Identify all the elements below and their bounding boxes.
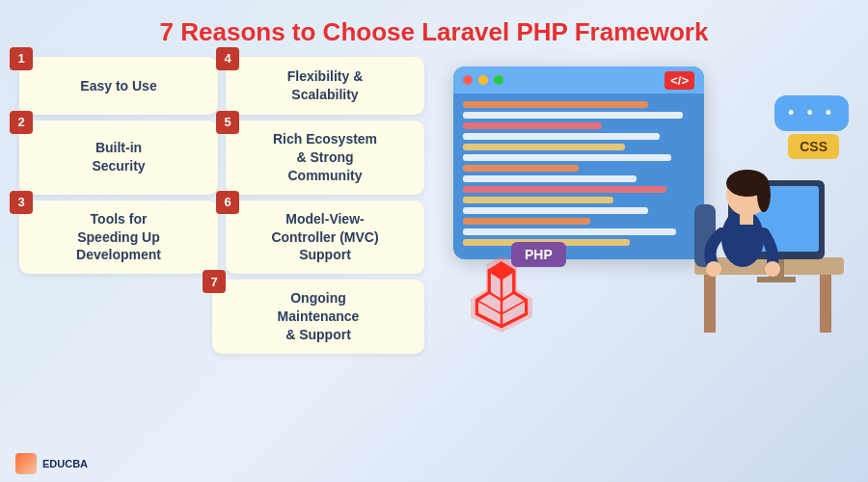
- row-3: 3 Tools forSpeeding UpDevelopment 6 Mode…: [19, 201, 424, 275]
- dot-green: [494, 75, 503, 85]
- title-highlight: Laravel PHP Framework: [421, 17, 708, 46]
- php-badge: PHP: [511, 242, 566, 267]
- svg-rect-12: [740, 211, 753, 225]
- svg-point-11: [757, 177, 771, 212]
- code-line: [463, 197, 613, 203]
- illustration-panel: </> CSS • • • PHP: [434, 57, 849, 354]
- badge-7: 7: [203, 270, 226, 293]
- badge-4: 4: [216, 47, 239, 70]
- css-badge: CSS: [788, 134, 839, 159]
- card-1: 1 Easy to Use: [19, 57, 218, 115]
- svg-point-13: [706, 261, 721, 277]
- person-illustration: [637, 45, 849, 354]
- badge-5: 5: [216, 111, 239, 134]
- code-line: [463, 101, 648, 108]
- svg-point-14: [765, 261, 780, 277]
- title-prefix: 7 Reasons to Choose: [160, 17, 422, 46]
- card-3: 3 Tools forSpeeding UpDevelopment: [19, 201, 218, 275]
- card-2: 2 Built-inSecurity: [19, 120, 218, 195]
- dot-red: [463, 75, 473, 85]
- code-line: [463, 207, 648, 214]
- code-line: [463, 133, 660, 140]
- card-7: 7 OngoingMaintenance& Support: [212, 280, 424, 354]
- badge-6: 6: [216, 191, 239, 214]
- badge-2: 2: [10, 111, 33, 134]
- code-line: [463, 144, 625, 150]
- svg-rect-6: [757, 277, 796, 282]
- logo-watermark: EDUCBA: [15, 453, 88, 474]
- code-line: [463, 165, 579, 172]
- svg-rect-2: [820, 275, 831, 333]
- educba-label: EDUCBA: [42, 458, 88, 469]
- code-line: [463, 122, 602, 129]
- row-4: 7 OngoingMaintenance& Support: [19, 280, 424, 354]
- card-5: 5 Rich Ecosystem& StrongCommunity: [226, 120, 424, 195]
- code-line: [463, 175, 637, 182]
- educba-logo-box: [15, 453, 37, 474]
- row-1: 1 Easy to Use 4 Flexibility &Scalability: [19, 57, 424, 115]
- reasons-panel: 1 Easy to Use 4 Flexibility &Scalability…: [19, 57, 424, 354]
- code-line: [463, 218, 590, 225]
- badge-1: 1: [10, 47, 33, 70]
- dot-yellow: [478, 75, 488, 85]
- card-4: 4 Flexibility &Scalability: [226, 57, 424, 115]
- badge-3: 3: [10, 191, 33, 214]
- svg-rect-1: [704, 275, 716, 333]
- row-2: 2 Built-inSecurity 5 Rich Ecosystem& Str…: [19, 120, 424, 195]
- card-6: 6 Model-View-Controller (MVC)Support: [226, 201, 424, 275]
